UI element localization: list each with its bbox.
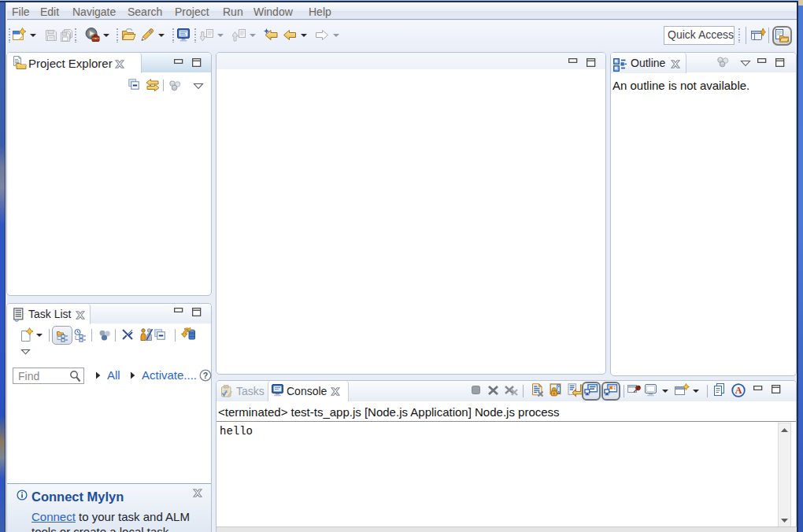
- svg-text:A: A: [735, 385, 742, 396]
- svg-text:?: ?: [203, 371, 208, 380]
